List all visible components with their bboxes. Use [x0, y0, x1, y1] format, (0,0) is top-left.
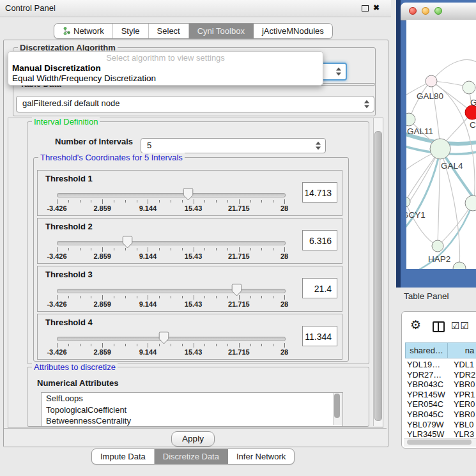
table-row[interactable]: YBR045CYBR0: [405, 410, 476, 420]
slider-tick: [216, 248, 217, 250]
slider-tick: [148, 343, 148, 348]
slider-tick: [261, 296, 262, 298]
table-row[interactable]: YBR043CYBR0: [405, 380, 476, 390]
attribute-item-selfloops[interactable]: SelfLoops: [42, 393, 342, 404]
slider-handle[interactable]: [183, 188, 194, 201]
network-node[interactable]: [465, 196, 476, 211]
slider-handle[interactable]: [231, 284, 242, 296]
node-label-gal11: GAL11: [407, 127, 433, 136]
tab-impute-data[interactable]: Impute Data: [92, 449, 155, 464]
vertical-scrollbar-thumb[interactable]: [374, 131, 382, 421]
network-node[interactable]: [453, 262, 466, 269]
attribute-item-betweennesscentrality[interactable]: BetweennessCentrality: [42, 415, 342, 427]
slider-tick: [125, 200, 126, 203]
tab-infer-network[interactable]: Infer Network: [228, 449, 294, 464]
gear-icon[interactable]: ⚙: [410, 319, 421, 331]
tab-discretize-data[interactable]: Discretize Data: [155, 449, 228, 464]
tab-jactivemnodules[interactable]: jActiveMNodules: [254, 24, 332, 38]
number-of-intervals-select[interactable]: 5: [141, 138, 326, 153]
slider-tick-label: 21.715: [228, 348, 250, 356]
split-panel-icon[interactable]: [433, 321, 445, 332]
select-columns-icon[interactable]: ☑☑: [451, 320, 470, 332]
slider-tick: [148, 199, 148, 204]
cell-shared-name[interactable]: YBL079W: [405, 420, 449, 430]
cell-name[interactable]: YBR0: [449, 410, 475, 420]
tab-label: Network: [73, 26, 104, 36]
network-node[interactable]: [406, 197, 410, 207]
mac-minimize-button[interactable]: [422, 7, 429, 15]
tab-label: Style: [121, 26, 140, 36]
table-row[interactable]: YER054CYER0: [405, 399, 476, 410]
cell-name[interactable]: YBL0: [449, 420, 473, 430]
cell-shared-name[interactable]: YBR045C: [405, 410, 449, 420]
cell-name[interactable]: YBR0: [449, 380, 475, 390]
cell-name[interactable]: YDL1: [449, 360, 474, 370]
slider-handle[interactable]: [122, 236, 133, 249]
table-row[interactable]: YDL19…YDL1: [405, 360, 476, 370]
cell-shared-name[interactable]: YER054C: [405, 399, 449, 410]
slider-tick-label: 15.43: [185, 348, 203, 356]
horizontal-scrollbar-thumb[interactable]: [407, 440, 472, 445]
slider-tick-label: -3.426: [47, 300, 66, 308]
threshold-panel-3: Threshold 3-3.4262.8599.14415.4321.71528…: [37, 266, 342, 312]
attribute-item-topologicalcoefficient[interactable]: TopologicalCoefficient: [42, 404, 342, 416]
tab-select[interactable]: Select: [149, 24, 189, 38]
threshold-value-field[interactable]: 14.713: [302, 182, 337, 203]
slider-tick-label: 9.144: [139, 204, 157, 212]
cell-name[interactable]: YDR2: [449, 370, 475, 380]
cell-shared-name[interactable]: YBR043C: [405, 380, 449, 390]
network-node[interactable]: [465, 105, 476, 119]
threshold-value-field[interactable]: 21.4: [302, 278, 337, 298]
network-node[interactable]: [426, 75, 437, 87]
slider-track[interactable]: [57, 241, 286, 245]
network-node[interactable]: [463, 81, 475, 94]
cell-name[interactable]: YPR1: [449, 390, 475, 400]
slider-tick: [182, 248, 183, 250]
network-node[interactable]: [432, 240, 443, 252]
attribute-list[interactable]: SelfLoopsTopologicalCoefficientBetweenne…: [41, 392, 343, 427]
slider-tick-label: -3.426: [47, 252, 66, 260]
table-row[interactable]: YPR145WYPR1: [405, 390, 476, 400]
cell-shared-name[interactable]: YDL19…: [405, 360, 449, 370]
network-canvas[interactable]: GAL80GACGAL11GAL4GCY1HHAP2: [406, 20, 476, 269]
slider-tick: [194, 343, 194, 348]
slider-track[interactable]: [57, 337, 286, 341]
mac-zoom-button[interactable]: [434, 7, 442, 15]
spinner-arrows-icon[interactable]: [364, 100, 370, 109]
cell-name[interactable]: YER0: [449, 399, 475, 410]
spinner-arrows-icon[interactable]: [315, 142, 321, 150]
attributes-group-title: Attributes to discretize: [32, 362, 118, 372]
cell-shared-name[interactable]: YDR27…: [405, 370, 449, 380]
attribute-list-scrollbar-thumb[interactable]: [334, 394, 340, 418]
table-row[interactable]: YBL079WYBL0: [405, 420, 476, 430]
column-header-shared-name[interactable]: shared…: [405, 342, 448, 358]
tab-cyni-toolbox[interactable]: Cyni Toolbox: [189, 24, 254, 38]
apply-button[interactable]: Apply: [171, 431, 215, 447]
slider-track[interactable]: [57, 193, 286, 197]
column-header-name[interactable]: na: [447, 342, 476, 358]
close-icon[interactable]: ✖: [373, 3, 380, 12]
tab-style[interactable]: Style: [113, 24, 149, 38]
slider-tick: [284, 343, 285, 348]
slider-tick: [68, 344, 69, 346]
dropdown-option-equal-width-frequency[interactable]: Equal Width/Frequency Discretization: [12, 73, 156, 83]
table-data-select[interactable]: galFiltered.sif default node: [16, 96, 374, 112]
slider-track[interactable]: [57, 289, 286, 293]
slider-tick: [204, 296, 205, 298]
table-row[interactable]: YDR27…YDR2: [405, 370, 476, 380]
spinner-arrows-icon[interactable]: [335, 68, 342, 76]
threshold-value-field[interactable]: 11.344: [302, 326, 337, 346]
threshold-value-field[interactable]: 6.316: [302, 230, 337, 250]
float-window-icon[interactable]: [362, 5, 369, 12]
mac-close-button[interactable]: [409, 7, 417, 15]
slider-tick: [57, 343, 58, 348]
network-edge: [431, 60, 476, 81]
threshold-label: Threshold 4: [45, 318, 93, 327]
slider-tick: [261, 344, 262, 346]
slider-tick-label: 2.859: [93, 348, 111, 356]
network-node[interactable]: [430, 139, 450, 159]
cell-shared-name[interactable]: YPR145W: [405, 390, 449, 400]
tab-network[interactable]: Network: [54, 24, 113, 38]
slider-handle[interactable]: [158, 332, 169, 344]
dropdown-option-manual-discretization[interactable]: Manual Discretization: [12, 63, 101, 73]
